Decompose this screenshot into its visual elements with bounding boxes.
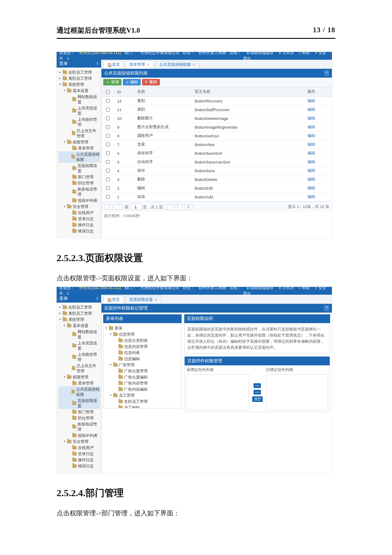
row-checkbox[interactable] (106, 177, 110, 181)
tree-node[interactable]: 信息编辑 (105, 356, 180, 362)
tree-node[interactable]: 网站数据设置 (58, 94, 100, 105)
calendar-link[interactable]: 万年历 (278, 51, 294, 55)
tree-node[interactable]: ▾菜单 (105, 325, 180, 331)
tree-node[interactable]: 部门管理 (58, 409, 100, 415)
collapse-icon[interactable]: 《 (94, 296, 98, 302)
move-left-button[interactable]: << (253, 390, 261, 395)
tree-node[interactable]: 登录日志 (58, 216, 100, 222)
tree-node[interactable]: 广告位置管理 (105, 368, 180, 374)
unbound-list[interactable] (186, 374, 249, 410)
row-checkbox[interactable] (106, 169, 110, 173)
pager-page-input[interactable] (130, 204, 142, 210)
tab-menu-mgmt[interactable]: 菜单管理✕ (125, 61, 154, 68)
edit-button[interactable]: ＋ 编辑 (123, 79, 141, 85)
tree-node[interactable]: ▾安全管理 (58, 204, 100, 210)
tab-home[interactable]: 🏠 首页 (103, 296, 124, 303)
row-checkbox[interactable] (106, 151, 110, 155)
clear-cache-link[interactable]: 清除后端缓存 (247, 286, 274, 290)
tree-node[interactable]: 信息内容管理 (105, 344, 180, 350)
tree-node[interactable]: 广告内容管理 (105, 380, 180, 386)
tree-node[interactable]: 上传类型设置 (58, 105, 100, 116)
edit-link[interactable]: 编辑 (308, 125, 315, 129)
tree-node[interactable]: 信息分类列表 (105, 337, 180, 344)
edit-link[interactable]: 编辑 (308, 116, 315, 120)
tree-node[interactable]: 上传路径管理 (58, 116, 100, 128)
bound-list[interactable] (266, 374, 328, 410)
pager-next[interactable]: 〉 (164, 204, 172, 210)
tree-node[interactable]: ▸离职员工管理 (58, 310, 100, 317)
table-row[interactable]: 4保存ButtonSave编辑 (101, 167, 332, 175)
delete-button[interactable]: ✕ 删除 (142, 79, 160, 85)
pager-first[interactable]: 《 (104, 204, 112, 210)
tree-node[interactable]: ▸在职员工管理 (58, 304, 100, 310)
row-checkbox[interactable] (106, 134, 110, 138)
tree-node[interactable]: 在线用户 (58, 445, 100, 451)
tree-node[interactable]: 错误日志 (58, 228, 100, 234)
tree-node[interactable]: 职位管理 (58, 415, 100, 421)
tree-node[interactable]: ▾广告管理 (105, 362, 180, 368)
collapse-icon[interactable]: 《 (94, 61, 98, 67)
table-row[interactable]: 7查看ButtonView编辑 (101, 140, 332, 149)
edit-link[interactable]: 编辑 (308, 107, 315, 112)
tree-node[interactable]: 操作日志 (58, 222, 100, 228)
edit-link[interactable]: 编辑 (308, 194, 315, 199)
tree-node[interactable]: 职位管理 (58, 180, 100, 186)
tree-node[interactable]: ▸离职员工管理 (58, 75, 100, 82)
tree-node[interactable]: ▾基本设置 (58, 323, 100, 329)
tree-node[interactable]: 已上传文件管理 (58, 363, 100, 374)
tree-node[interactable]: 上传路径管理 (58, 351, 100, 363)
table-row[interactable]: 1添加ButtonAdd编辑 (101, 193, 332, 201)
tree-node[interactable]: 换肤电话管理 (58, 186, 100, 197)
edit-link[interactable]: 编辑 (308, 160, 315, 164)
table-row[interactable]: 5自动排序ButtonSaveAutoSort编辑 (101, 158, 332, 167)
inner-menu-tree[interactable]: ▾菜单▾信息管理信息分类列表信息内容管理信息列表信息编辑▾广告管理广告位置管理广… (103, 323, 182, 409)
tree-node[interactable]: 错误日志 (58, 463, 100, 469)
clear-cache-link[interactable]: 清除后端缓存 (247, 51, 274, 55)
tree-node[interactable]: ▾信息管理 (105, 331, 180, 337)
panel-close-icon[interactable]: « (324, 70, 329, 76)
tree-node[interactable]: 已上传文件管理 (58, 128, 100, 139)
clear-button[interactable]: 清空 (252, 396, 263, 402)
tab-home[interactable]: 🏠 首页 (103, 61, 124, 68)
edit-link[interactable]: 编辑 (308, 151, 315, 155)
tree-node[interactable]: 操作日志 (58, 457, 100, 463)
row-checkbox[interactable] (106, 108, 110, 112)
tree-node[interactable]: 在线用户 (58, 210, 100, 216)
pager-refresh[interactable]: ↻ (185, 204, 193, 210)
row-checkbox[interactable] (106, 116, 110, 120)
close-icon[interactable]: ✕ (193, 63, 196, 67)
tree-node[interactable]: ▾员工管理 (105, 392, 180, 398)
table-row[interactable]: 6保存排序ButtonSaveSort编辑 (101, 149, 332, 158)
edit-link[interactable]: 编辑 (308, 177, 315, 181)
row-checkbox[interactable] (106, 99, 110, 103)
tree-node[interactable]: 换肤电话管理 (58, 421, 100, 432)
tree-node[interactable]: 菜单管理 (58, 380, 100, 386)
table-row[interactable]: 2编辑ButtonEdit编辑 (101, 184, 332, 193)
tree-node[interactable]: 上传类型设置 (58, 340, 100, 351)
close-icon[interactable]: ✕ (155, 298, 158, 302)
tree-node[interactable]: 公共页面按钮权限 (58, 386, 100, 398)
tree-node[interactable]: ▾系统管理 (58, 82, 100, 88)
select-all-checkbox[interactable] (106, 90, 110, 94)
table-row[interactable]: 10删除图片ButtonDeleteImage编辑 (101, 114, 332, 123)
table-row[interactable]: 12复职ButtonRecovery编辑 (101, 97, 332, 106)
table-row[interactable]: 8踢除用户ButtonGetOut编辑 (101, 132, 332, 140)
tree-node[interactable]: ▾系统管理 (58, 317, 100, 323)
tree-node[interactable]: 页面权限设置 (58, 398, 100, 409)
tree-node[interactable]: 信息列表 (105, 350, 180, 356)
edit-link[interactable]: 编辑 (308, 168, 315, 173)
tree-node[interactable]: ▾安全管理 (58, 439, 100, 445)
table-row[interactable]: 9图片全部重新生成ButtonImageRegenerate编辑 (101, 123, 332, 132)
table-row[interactable]: 3删除ButtonDelete编辑 (101, 175, 332, 184)
row-checkbox[interactable] (106, 125, 110, 129)
calendar-link[interactable]: 万年历 (278, 286, 294, 290)
tree-node[interactable]: 广告内容编辑 (105, 386, 180, 392)
tree-node[interactable]: ▾基本设置 (58, 88, 100, 94)
help-link[interactable]: 帮助 (299, 286, 310, 290)
tree-node[interactable]: 网站数据设置 (58, 329, 100, 340)
tree-node[interactable]: 部门管理 (58, 174, 100, 180)
edit-link[interactable]: 编辑 (308, 186, 315, 190)
close-icon[interactable]: ✕ (147, 63, 150, 67)
help-link[interactable]: 帮助 (299, 51, 310, 55)
pager-prev[interactable]: 〈 (115, 204, 123, 210)
